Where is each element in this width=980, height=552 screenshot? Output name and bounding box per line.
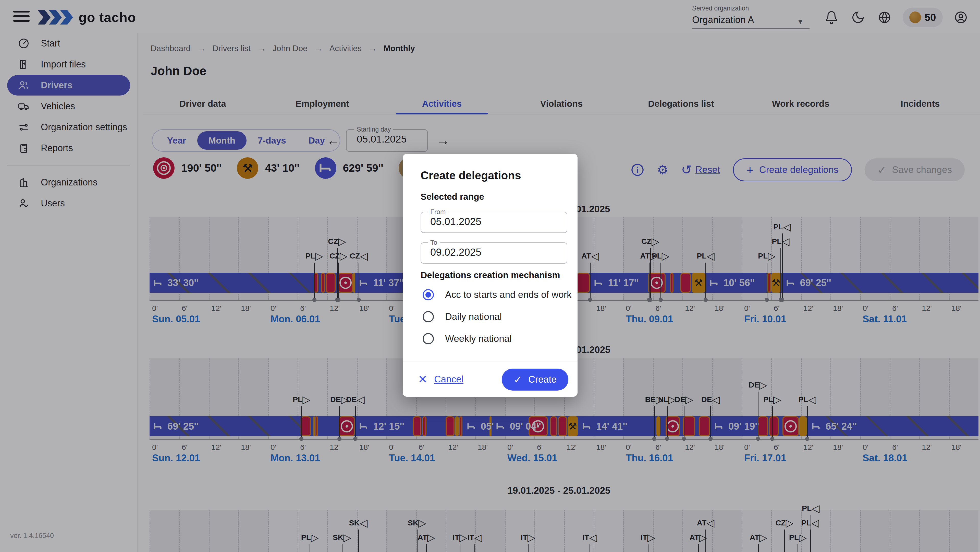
cancel-button[interactable]: ✕ Cancel <box>418 373 463 386</box>
from-value: 05.01.2025 <box>421 216 567 231</box>
radio-icon <box>423 311 434 322</box>
modal-title: Create delegations <box>421 169 521 182</box>
to-value: 09.02.2025 <box>421 247 567 262</box>
from-label: From <box>428 208 449 216</box>
from-date-field[interactable]: From 05.01.2025 <box>421 208 567 233</box>
close-x-icon: ✕ <box>418 373 428 386</box>
modal-footer: ✕ Cancel ✓ Create <box>403 361 578 397</box>
create-delegations-modal: Create delegations Selected range From 0… <box>403 154 578 397</box>
mechanism-radio-3[interactable]: Weekly national <box>423 333 512 344</box>
selected-range-label: Selected range <box>421 191 484 202</box>
check-icon: ✓ <box>514 374 522 386</box>
to-date-field[interactable]: To 09.02.2025 <box>421 239 567 263</box>
radio-icon <box>423 333 434 344</box>
mechanism-radio-1[interactable]: Acc to starts and ends of work <box>423 289 572 300</box>
mechanism-label: Delegations creation mechanism <box>421 270 560 280</box>
mechanism-radio-2[interactable]: Daily national <box>423 311 502 322</box>
radio-icon <box>423 289 434 300</box>
create-button[interactable]: ✓ Create <box>502 369 568 391</box>
to-label: To <box>428 239 440 247</box>
